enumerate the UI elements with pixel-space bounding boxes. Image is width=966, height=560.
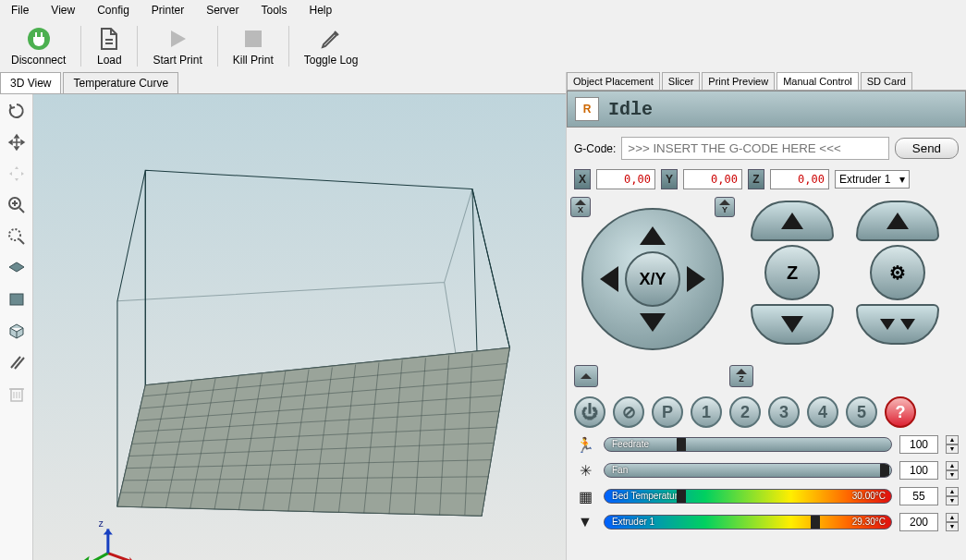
feedrate-icon: 🏃 [574, 436, 596, 454]
svg-line-13 [11, 357, 20, 368]
home-all-button[interactable] [574, 365, 598, 387]
tab-slicer[interactable]: Slicer [662, 72, 701, 90]
3d-viewport[interactable]: x y z [33, 94, 566, 560]
jog-z-plus-button[interactable] [751, 201, 834, 241]
tab-object-placement[interactable]: Object Placement [567, 72, 660, 90]
jog-z-center-button[interactable]: Z [764, 245, 820, 300]
jog-y-minus-button[interactable] [640, 313, 666, 332]
fan-value[interactable]: 100 [899, 461, 938, 480]
retract-button[interactable] [856, 201, 939, 241]
extruder-temp-slider[interactable]: Extruder 1 29.30°C [604, 515, 892, 530]
pencil-icon [318, 26, 344, 52]
extruder-gear-button[interactable] [870, 245, 925, 300]
menu-tools[interactable]: Tools [262, 4, 287, 17]
gcode-input[interactable] [621, 137, 889, 160]
bed-temp-display: 30.00°C [852, 491, 886, 501]
feedrate-value[interactable]: 100 [899, 435, 938, 454]
extruder-select[interactable]: Extruder 1▾ [835, 170, 910, 189]
extruder-target-value[interactable]: 200 [899, 513, 938, 531]
printer-status-bar: R Idle [567, 91, 966, 128]
menu-help[interactable]: Help [310, 4, 333, 17]
x-value: 0,00 [596, 169, 655, 189]
menu-view[interactable]: View [51, 4, 75, 17]
zoom-fit-icon[interactable] [4, 224, 30, 250]
right-pane: Object Placement Slicer Print Preview Ma… [567, 72, 966, 560]
svg-rect-1 [35, 32, 37, 37]
send-button[interactable]: Send [895, 138, 959, 159]
svg-rect-2 [41, 32, 43, 37]
power-button[interactable]: ⏻ [574, 396, 605, 428]
stop-icon [240, 26, 266, 52]
reset-view-icon[interactable] [4, 98, 30, 124]
start-print-button[interactable]: Start Print [147, 24, 207, 68]
extruder-select-value: Extruder 1 [839, 173, 890, 186]
perspective-iso-icon[interactable] [4, 318, 30, 344]
document-icon [96, 26, 122, 52]
gcode-label: G-Code: [574, 142, 616, 155]
svg-line-7 [19, 208, 24, 213]
tab-sd-card[interactable]: SD Card [861, 72, 912, 90]
bed-icon: ▦ [574, 488, 596, 505]
svg-line-48 [88, 554, 108, 560]
svg-text:z: z [99, 518, 104, 529]
home-y-button[interactable]: Y [715, 197, 735, 217]
disconnect-button[interactable]: Disconnect [6, 24, 71, 68]
menu-server[interactable]: Server [206, 4, 238, 17]
bed-target-value[interactable]: 55 [899, 487, 938, 505]
fan-icon: ✳ [574, 462, 596, 480]
extrude-button[interactable] [856, 304, 939, 345]
jog-z-pad: Z [748, 201, 837, 345]
fan-spinner[interactable]: ▲▼ [946, 461, 959, 480]
parallel-lines-icon[interactable] [4, 349, 30, 375]
chevron-down-icon: ▾ [899, 173, 905, 186]
feedrate-slider[interactable]: Feedrate [604, 437, 892, 452]
preset-5-button[interactable]: 5 [846, 396, 877, 428]
fan-slider[interactable]: Fan [604, 463, 892, 478]
bed-spinner[interactable]: ▲▼ [946, 487, 959, 505]
jog-x-minus-button[interactable] [600, 266, 618, 292]
home-x-button[interactable]: X [570, 197, 591, 217]
preset-4-button[interactable]: 4 [807, 396, 838, 428]
perspective-front-icon[interactable] [4, 286, 30, 312]
toggle-log-button[interactable]: Toggle Log [299, 24, 364, 68]
preset-1-button[interactable]: 1 [691, 396, 722, 428]
jog-z-minus-button[interactable] [751, 304, 834, 345]
tab-print-preview[interactable]: Print Preview [702, 72, 775, 90]
status-text: Idle [608, 99, 653, 120]
y-value: 0,00 [683, 169, 742, 189]
tab-temperature-curve[interactable]: Temperature Curve [63, 72, 178, 93]
jog-x-plus-button[interactable] [687, 266, 705, 292]
extruder-spinner[interactable]: ▲▼ [946, 513, 959, 531]
help-button[interactable]: ? [885, 396, 916, 428]
jog-xy-center-button[interactable]: X/Y [625, 251, 680, 307]
zoom-in-icon[interactable] [4, 192, 30, 218]
bed-temp-slider[interactable]: Bed Temperature 30.00°C [604, 489, 892, 504]
play-icon [165, 26, 190, 52]
menu-config[interactable]: Config [97, 4, 129, 17]
home-z-button[interactable]: Z [729, 365, 753, 387]
fan-label: Fan [612, 465, 628, 475]
feedrate-spinner[interactable]: ▲▼ [946, 435, 959, 454]
kill-print-button[interactable]: Kill Print [227, 24, 279, 68]
perspective-top-icon[interactable] [4, 255, 30, 281]
z-value: 0,00 [770, 169, 829, 189]
move-disabled-icon[interactable] [4, 161, 30, 187]
toggle-log-label: Toggle Log [304, 54, 359, 67]
right-tab-bar: Object Placement Slicer Print Preview Ma… [567, 72, 966, 91]
move-icon[interactable] [4, 129, 30, 155]
plug-icon [26, 26, 52, 52]
preset-3-button[interactable]: 3 [768, 396, 800, 428]
preset-2-button[interactable]: 2 [729, 396, 761, 428]
park-button[interactable]: P [652, 396, 683, 428]
tab-manual-control[interactable]: Manual Control [776, 72, 859, 90]
load-button[interactable]: Load [91, 24, 128, 68]
menu-printer[interactable]: Printer [152, 4, 184, 17]
y-label: Y [661, 169, 678, 189]
jog-y-plus-button[interactable] [640, 226, 666, 245]
tab-3d-view[interactable]: 3D View [0, 72, 61, 93]
coordinates-row: X 0,00 Y 0,00 Z 0,00 Extruder 1▾ [567, 169, 966, 197]
trash-icon[interactable] [4, 381, 30, 407]
svg-rect-12 [10, 294, 23, 305]
menu-file[interactable]: File [11, 4, 29, 17]
motors-off-button[interactable]: ⊘ [613, 396, 644, 428]
